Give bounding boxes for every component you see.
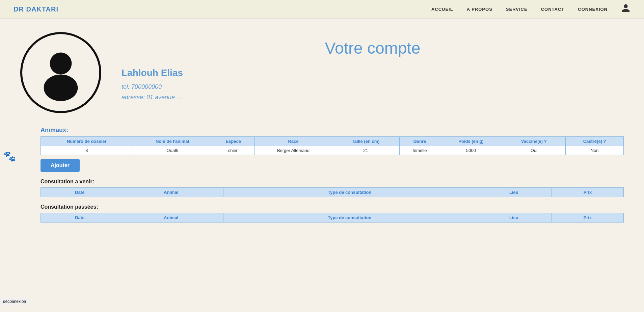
ajouter-button[interactable]: Ajouter: [41, 159, 80, 172]
svg-point-0: [50, 53, 72, 75]
user-address: adresse: 01 avenue ...: [122, 94, 624, 101]
cons-avenir-lieu: Lieu: [476, 188, 552, 197]
consultation-avenir-section: Consultation a venir: Date Animal Type d…: [41, 179, 624, 197]
animaux-header-row: Numéro de dossier Nom de l'animal Espece…: [41, 137, 624, 146]
deconnexion-button[interactable]: déconnexion: [0, 298, 29, 305]
consultation-passees-title: Consultation passées:: [41, 204, 624, 210]
main-content: Votre compte Lahlouh Elias tel: 70000000…: [0, 19, 644, 243]
user-name: Lahlouh Elias: [122, 68, 624, 78]
user-icon[interactable]: [621, 3, 630, 15]
consultation-avenir-table: Date Animal Type de consultation Lieu Pr…: [41, 187, 624, 197]
nav: ACCUEIL A PROPOS SERVICE CONTACT CONNEXI…: [431, 3, 630, 15]
col-espece: Espece: [212, 137, 255, 146]
col-race: Race: [255, 137, 332, 146]
nav-accueil[interactable]: ACCUEIL: [431, 7, 453, 12]
logo[interactable]: DR DAKTARI: [14, 5, 58, 13]
consultation-avenir-title: Consultation a venir:: [41, 179, 624, 185]
page-title: Votre compte: [122, 39, 624, 57]
animaux-section: Animaux: Numéro de dossier Nom de l'anim…: [41, 127, 624, 223]
table-row: 3OuaffichienBerger Allemand21femelle5000…: [41, 146, 624, 155]
cons-avenir-type: Type de consultation: [223, 188, 476, 197]
svg-point-1: [44, 74, 78, 101]
cons-passees-type: Type de consultation: [223, 213, 476, 223]
nav-contact[interactable]: CONTACT: [541, 7, 565, 12]
col-nom: Nom de l'animal: [133, 137, 212, 146]
cons-passees-date: Date: [41, 213, 119, 223]
animaux-label: Animaux:: [41, 127, 624, 134]
nav-service[interactable]: SERVICE: [506, 7, 528, 12]
header: DR DAKTARI ACCUEIL A PROPOS SERVICE CONT…: [0, 0, 644, 19]
cons-avenir-date: Date: [41, 188, 119, 197]
animaux-table: Numéro de dossier Nom de l'animal Espece…: [41, 136, 624, 155]
cons-passees-prix: Prix: [552, 213, 623, 223]
nav-apropos[interactable]: A PROPOS: [467, 7, 492, 12]
col-castre: Castré(e) ?: [566, 137, 624, 146]
avatar-container: [20, 32, 101, 113]
cons-avenir-prix: Prix: [552, 188, 623, 197]
profile-section: Votre compte Lahlouh Elias tel: 70000000…: [20, 32, 624, 113]
consultation-passees-table: Date Animal Type de consultation Lieu Pr…: [41, 213, 624, 223]
col-taille: Taille (en cm): [332, 137, 399, 146]
cons-passees-lieu: Lieu: [476, 213, 552, 223]
paw-icon: 🐾: [3, 150, 16, 162]
cons-passees-animal: Animal: [119, 213, 223, 223]
consultation-passees-section: Consultation passées: Date Animal Type d…: [41, 204, 624, 223]
user-info: Votre compte Lahlouh Elias tel: 70000000…: [122, 32, 624, 104]
cons-avenir-animal: Animal: [119, 188, 223, 197]
col-dossier: Numéro de dossier: [41, 137, 133, 146]
col-vaccine: Vacciné(e) ?: [502, 137, 566, 146]
col-poids: Poids (en g): [440, 137, 502, 146]
user-tel: tel: 700000000: [122, 83, 624, 90]
col-genre: Genre: [400, 137, 440, 146]
avatar: [20, 32, 101, 113]
nav-connexion[interactable]: CONNEXION: [578, 7, 608, 12]
cons-passees-header: Date Animal Type de consultation Lieu Pr…: [41, 213, 624, 223]
cons-avenir-header: Date Animal Type de consultation Lieu Pr…: [41, 188, 624, 197]
